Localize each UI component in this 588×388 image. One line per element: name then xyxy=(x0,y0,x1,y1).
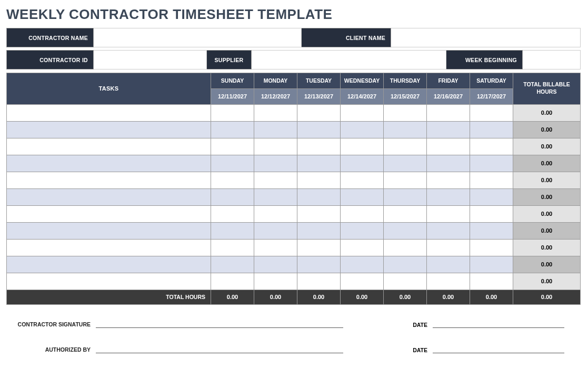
hours-cell[interactable] xyxy=(297,155,341,172)
hours-cell[interactable] xyxy=(341,121,384,138)
hours-cell[interactable] xyxy=(254,188,297,205)
hours-cell[interactable] xyxy=(427,256,470,273)
hours-cell[interactable] xyxy=(297,172,341,188)
hours-cell[interactable] xyxy=(341,104,384,121)
task-cell[interactable] xyxy=(7,239,211,256)
hours-cell[interactable] xyxy=(384,239,427,256)
hours-cell[interactable] xyxy=(341,273,384,290)
hours-cell[interactable] xyxy=(470,273,513,290)
hours-cell[interactable] xyxy=(384,256,427,273)
hours-cell[interactable] xyxy=(341,239,384,256)
hours-cell[interactable] xyxy=(211,121,254,138)
task-cell[interactable] xyxy=(7,155,211,172)
hours-cell[interactable] xyxy=(341,155,384,172)
client-name-field[interactable] xyxy=(391,28,581,47)
hours-cell[interactable] xyxy=(427,138,470,155)
hours-cell[interactable] xyxy=(297,239,341,256)
hours-cell[interactable] xyxy=(254,256,297,273)
hours-cell[interactable] xyxy=(470,172,513,188)
hours-cell[interactable] xyxy=(341,256,384,273)
hours-cell[interactable] xyxy=(211,155,254,172)
hours-cell[interactable] xyxy=(427,273,470,290)
hours-cell[interactable] xyxy=(470,104,513,121)
hours-cell[interactable] xyxy=(384,155,427,172)
hours-cell[interactable] xyxy=(427,172,470,188)
hours-cell[interactable] xyxy=(211,138,254,155)
hours-cell[interactable] xyxy=(427,205,470,222)
task-cell[interactable] xyxy=(7,273,211,290)
task-cell[interactable] xyxy=(7,138,211,155)
hours-cell[interactable] xyxy=(341,138,384,155)
contractor-id-field[interactable] xyxy=(94,51,207,69)
hours-cell[interactable] xyxy=(470,138,513,155)
hours-cell[interactable] xyxy=(211,205,254,222)
hours-cell[interactable] xyxy=(297,104,341,121)
task-cell[interactable] xyxy=(7,121,211,138)
hours-cell[interactable] xyxy=(297,205,341,222)
authorized-by-line[interactable] xyxy=(96,342,343,353)
hours-cell[interactable] xyxy=(470,239,513,256)
hours-cell[interactable] xyxy=(427,104,470,121)
week-beginning-field[interactable] xyxy=(523,51,581,69)
hours-cell[interactable] xyxy=(427,188,470,205)
hours-cell[interactable] xyxy=(384,205,427,222)
hours-cell[interactable] xyxy=(254,205,297,222)
hours-cell[interactable] xyxy=(297,222,341,239)
hours-cell[interactable] xyxy=(254,155,297,172)
hours-cell[interactable] xyxy=(470,188,513,205)
hours-cell[interactable] xyxy=(297,138,341,155)
hours-cell[interactable] xyxy=(297,188,341,205)
hours-cell[interactable] xyxy=(254,273,297,290)
hours-cell[interactable] xyxy=(470,222,513,239)
contractor-signature-line[interactable] xyxy=(96,316,343,328)
hours-cell[interactable] xyxy=(211,256,254,273)
hours-cell[interactable] xyxy=(211,188,254,205)
hours-cell[interactable] xyxy=(254,104,297,121)
hours-cell[interactable] xyxy=(211,172,254,188)
task-cell[interactable] xyxy=(7,188,211,205)
hours-cell[interactable] xyxy=(211,273,254,290)
task-cell[interactable] xyxy=(7,222,211,239)
authorized-date-line[interactable] xyxy=(433,342,564,353)
contractor-name-field[interactable] xyxy=(94,28,302,47)
hours-cell[interactable] xyxy=(341,172,384,188)
hours-cell[interactable] xyxy=(211,222,254,239)
hours-cell[interactable] xyxy=(341,205,384,222)
task-cell[interactable] xyxy=(7,205,211,222)
hours-cell[interactable] xyxy=(427,155,470,172)
hours-cell[interactable] xyxy=(384,172,427,188)
hours-cell[interactable] xyxy=(384,121,427,138)
task-cell[interactable] xyxy=(7,104,211,121)
signature-date-line[interactable] xyxy=(433,316,564,328)
hours-cell[interactable] xyxy=(427,121,470,138)
hours-cell[interactable] xyxy=(297,121,341,138)
grand-total-cell: 0.00 xyxy=(513,290,581,304)
hours-cell[interactable] xyxy=(254,172,297,188)
hours-cell[interactable] xyxy=(341,222,384,239)
hours-cell[interactable] xyxy=(384,273,427,290)
supplier-field[interactable] xyxy=(252,51,446,69)
row-total-cell: 0.00 xyxy=(513,256,581,273)
hours-cell[interactable] xyxy=(254,121,297,138)
hours-cell[interactable] xyxy=(470,205,513,222)
hours-cell[interactable] xyxy=(384,222,427,239)
task-cell[interactable] xyxy=(7,256,211,273)
hours-cell[interactable] xyxy=(211,239,254,256)
hours-cell[interactable] xyxy=(384,188,427,205)
hours-cell[interactable] xyxy=(384,138,427,155)
hours-cell[interactable] xyxy=(297,256,341,273)
hours-cell[interactable] xyxy=(254,138,297,155)
hours-cell[interactable] xyxy=(211,104,254,121)
hours-cell[interactable] xyxy=(470,121,513,138)
hours-cell[interactable] xyxy=(341,188,384,205)
hours-cell[interactable] xyxy=(297,273,341,290)
task-cell[interactable] xyxy=(7,172,211,188)
hours-cell[interactable] xyxy=(427,239,470,256)
hours-cell[interactable] xyxy=(384,104,427,121)
hours-cell[interactable] xyxy=(254,222,297,239)
hours-cell[interactable] xyxy=(470,155,513,172)
date-label: DATE xyxy=(396,347,433,353)
hours-cell[interactable] xyxy=(254,239,297,256)
hours-cell[interactable] xyxy=(470,256,513,273)
hours-cell[interactable] xyxy=(427,222,470,239)
